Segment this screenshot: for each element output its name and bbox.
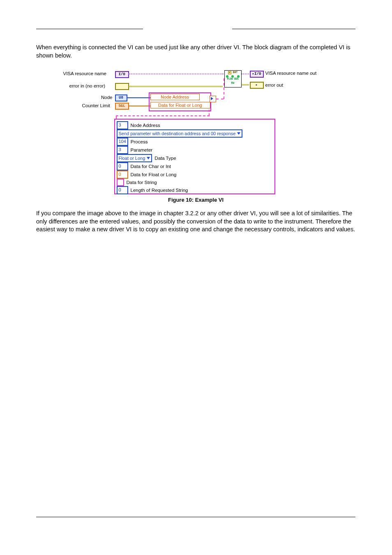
terminal-error-out: ▸ — [250, 82, 264, 89]
datatype-select: Float or Long — [117, 154, 152, 162]
command-select: Send parameter with destination address … — [117, 129, 243, 138]
chevron-down-icon — [147, 157, 150, 159]
wire-error-out — [242, 84, 249, 85]
node-address-value: 3 — [117, 121, 128, 129]
parameter-label: Parameter — [131, 147, 153, 152]
label-visa-out: VISA resource name out — [265, 71, 317, 76]
cluster-constant: 3 Node Address Send parameter with desti… — [114, 119, 275, 194]
wire-error — [128, 86, 223, 87]
terminal-io-in: I/O — [115, 71, 129, 78]
label-counter-limit: Counter Limit — [82, 103, 110, 108]
header-rule-right — [232, 29, 355, 29]
char-int-value: 0 — [117, 162, 128, 170]
wire-node — [127, 97, 150, 98]
char-int-label: Data for Char or Int — [131, 164, 171, 169]
bundle-box — [149, 92, 211, 111]
terminal-io-out: ▸I/O — [250, 71, 264, 78]
subvi-title: BHT — [233, 71, 238, 74]
reqlen-value: 0 — [117, 186, 128, 194]
wire-visa-out — [242, 74, 249, 74]
arrow-icon — [211, 97, 213, 100]
label-visa-in: VISA resource name — [63, 71, 106, 76]
wire-cluster-link-v2 — [116, 115, 117, 119]
float-long-label: Data for Float or Long — [131, 172, 177, 177]
footer-rule — [36, 517, 355, 517]
terminal-u8: U8 — [115, 94, 127, 101]
wire-visa — [128, 74, 224, 74]
label-error-out: error out — [265, 83, 283, 88]
outro-paragraph: If you compare the image above to the im… — [36, 210, 355, 234]
figure-caption: Figure 10: Example VI — [36, 197, 355, 203]
wire-cluster-link-v — [209, 110, 210, 115]
chevron-down-icon — [237, 132, 240, 135]
datatype-label: Data Type — [154, 156, 176, 161]
string-label: Data for String — [127, 180, 157, 185]
terminal-error-in — [115, 83, 129, 90]
node-address-label: Node Address — [131, 123, 160, 128]
label-error-in: error in (no error) — [69, 83, 106, 88]
block-diagram: VISA resource name error in (no error) N… — [63, 68, 329, 193]
wire-bundle-out — [216, 99, 224, 99]
string-value — [117, 179, 124, 186]
process-value: 104 — [117, 138, 128, 146]
subvi-flowbus-rw: ◈ BHT FLOW BUS RW — [224, 70, 242, 88]
wire-cluster-link-h — [116, 115, 210, 116]
parameter-value: 3 — [117, 146, 128, 154]
subvi-line2: RW — [225, 82, 241, 86]
intro-paragraph: When everything is connected the VI can … — [36, 44, 355, 60]
label-node: Node — [99, 95, 113, 100]
reqlen-label: Length of Requested String — [131, 188, 188, 193]
float-long-value: 0 — [117, 170, 128, 179]
process-label: Process — [131, 139, 148, 144]
header-rule-left — [36, 29, 143, 29]
terminal-sgl: SGL — [115, 103, 129, 110]
page-content: When everything is connected the VI can … — [36, 44, 355, 240]
wire-sgl — [128, 106, 150, 106]
subvi-badge-icon: ◈ — [228, 71, 231, 75]
